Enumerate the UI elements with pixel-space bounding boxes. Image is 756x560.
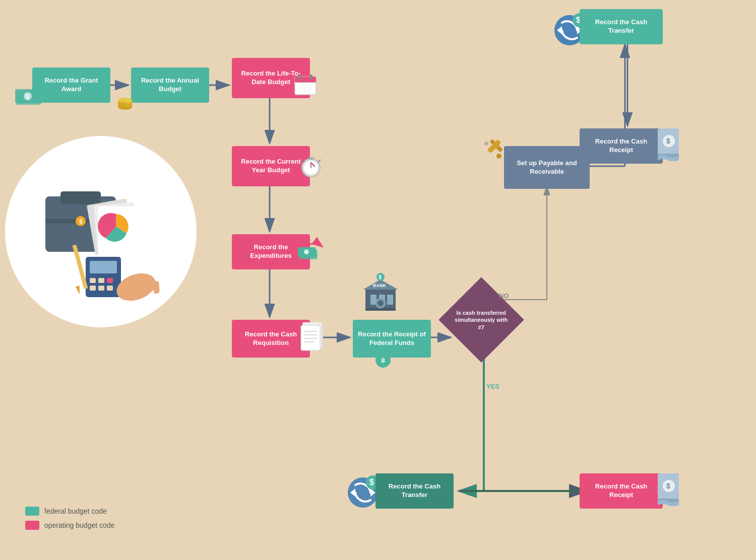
svg-rect-38 [90, 286, 96, 291]
receipt-scroll-top-icon: $ [655, 126, 683, 163]
svg-line-73 [318, 160, 321, 162]
svg-rect-36 [98, 278, 104, 283]
node-setup-payable: Set up Payable and Receivable [504, 146, 590, 189]
wrench-icon [479, 136, 507, 166]
node-cash-requisition: Record the Cash Requisition [232, 320, 310, 358]
svg-rect-46 [153, 281, 160, 294]
bank-building-icon: BANK $ [358, 272, 403, 317]
badge-8: 8 [375, 353, 391, 368]
svg-point-98 [484, 142, 488, 146]
node-cash-receipt-top: Record the Cash Receipt [580, 128, 663, 164]
svg-rect-25 [60, 191, 101, 204]
svg-text:$: $ [26, 93, 29, 100]
legend-operating: operating budget code [25, 521, 114, 530]
legend-operating-box [25, 521, 39, 530]
svg-text:$: $ [305, 250, 307, 255]
node-annual-budget: Record the Annual Budget [131, 67, 209, 103]
svg-text:BANK: BANK [373, 283, 386, 288]
money-arrow-icon: $ [297, 234, 328, 264]
svg-rect-91 [387, 295, 393, 305]
svg-rect-40 [107, 286, 113, 291]
legend: federal budget code operating budget cod… [25, 507, 114, 530]
svg-rect-39 [98, 286, 104, 291]
left-illustration: $ [5, 136, 197, 327]
svg-rect-71 [308, 157, 313, 160]
svg-rect-82 [301, 325, 320, 351]
svg-text:$: $ [369, 478, 374, 486]
stopwatch-icon [297, 149, 325, 181]
svg-text:$: $ [666, 137, 670, 145]
node-cash-receipt-bottom: Record the Cash Receipt [580, 473, 663, 509]
cash-icon: $ [15, 88, 43, 108]
no-label: NO [499, 292, 509, 300]
svg-text:$: $ [666, 482, 670, 490]
svg-text:$: $ [379, 274, 382, 280]
receipt-scroll-bottom-icon: $ [655, 471, 683, 508]
svg-marker-42 [76, 286, 82, 295]
svg-point-55 [122, 103, 133, 107]
legend-federal: federal budget code [25, 507, 114, 516]
svg-rect-59 [298, 75, 301, 80]
svg-rect-37 [107, 278, 113, 283]
calendar-icon [292, 71, 320, 100]
svg-rect-57 [295, 77, 316, 83]
svg-rect-60 [310, 75, 312, 80]
node-receipt-federal: Record the Receipt of Federal Funds [353, 320, 431, 358]
svg-point-101 [496, 154, 501, 159]
node-cash-transfer-bottom: Record the Cash Transfer [375, 473, 454, 509]
coins-icon [115, 91, 135, 113]
yes-label: YES [486, 383, 499, 390]
svg-rect-92 [365, 308, 396, 311]
diamond-decision: Is cash transferred simultaneously with … [438, 287, 524, 353]
svg-rect-34 [90, 261, 117, 273]
svg-point-94 [377, 300, 384, 306]
flowchart-container: $ [0, 0, 756, 560]
node-cash-transfer-top: Record the Cash Transfer [580, 9, 663, 44]
svg-line-72 [301, 160, 304, 162]
document-icon [300, 321, 328, 356]
svg-text:$: $ [79, 218, 83, 225]
legend-federal-box [25, 507, 39, 516]
svg-rect-35 [90, 278, 96, 283]
node-grant-award: Record the Grant Award [32, 67, 110, 103]
